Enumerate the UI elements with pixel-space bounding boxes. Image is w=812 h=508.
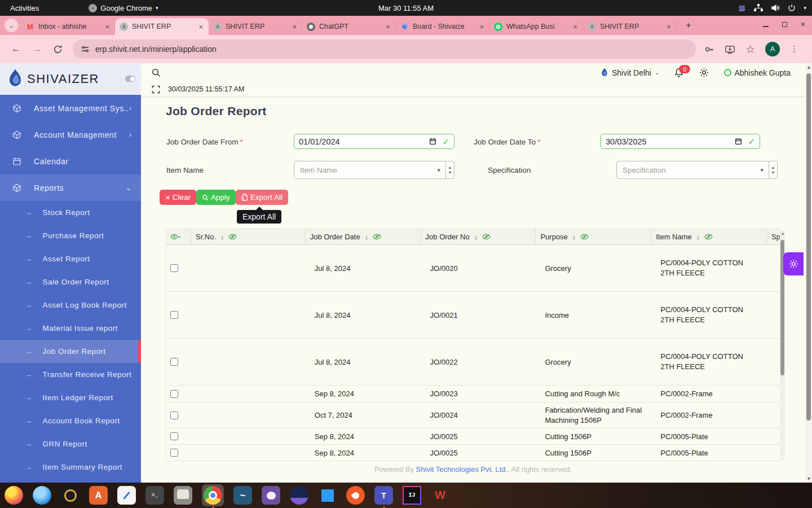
- minimize-button[interactable]: [763, 26, 769, 27]
- forward-button[interactable]: →: [32, 43, 42, 55]
- user-menu[interactable]: Abhishek Gupta: [724, 68, 791, 77]
- sidebar-item-item-ledger-report[interactable]: →Item Ledger Report: [0, 386, 141, 409]
- vscode-icon[interactable]: [318, 486, 337, 505]
- window-close-button[interactable]: ×: [801, 20, 805, 28]
- chrome-dock-icon[interactable]: [204, 486, 222, 505]
- bookmark-star-icon[interactable]: ☆: [745, 43, 755, 56]
- tab-shivit-erp-active[interactable]: SHIVIT ERP ×: [115, 18, 209, 35]
- eclipse-icon[interactable]: [290, 486, 308, 505]
- tab-shivit-erp-3[interactable]: SHIVIT ERP ×: [583, 18, 677, 35]
- sidebar-collapse-toggle[interactable]: [125, 76, 135, 82]
- page-scrollbar[interactable]: ▲ ▼: [805, 63, 812, 483]
- github-desktop-icon[interactable]: [262, 486, 280, 505]
- close-icon[interactable]: ×: [385, 23, 391, 31]
- sidebar-item-item-summary-report[interactable]: →Item Summary Report: [0, 456, 141, 479]
- header-item-name[interactable]: Item Name ↓: [651, 229, 767, 244]
- tab-shivit-erp-2[interactable]: SHIVIT ERP ×: [209, 18, 302, 35]
- tab-jira-board[interactable]: Board - Shivaize ×: [396, 18, 489, 35]
- sidebar-item-sale-order-report[interactable]: →Sale Order Report: [0, 270, 141, 294]
- reload-button[interactable]: [53, 45, 63, 54]
- eye-off-icon[interactable]: [373, 233, 381, 240]
- ubuntu-software-icon[interactable]: A: [89, 486, 108, 505]
- tab-chatgpt[interactable]: ChatGPT ×: [302, 18, 396, 35]
- back-button[interactable]: ←: [11, 43, 21, 55]
- specification-select[interactable]: Specification ▾ ▲▼: [616, 161, 778, 179]
- files-icon[interactable]: [174, 486, 192, 505]
- firefox-icon[interactable]: [5, 486, 23, 505]
- text-editor-icon[interactable]: [117, 486, 136, 505]
- sidebar-item-asset-management[interactable]: Asset Management Sys... ›: [0, 95, 141, 121]
- password-key-icon[interactable]: [704, 44, 714, 55]
- sidebar-item-purchase-report[interactable]: →Purchase Report: [0, 224, 141, 247]
- sidebar-item-asset-report[interactable]: →Asset Report: [0, 247, 141, 270]
- date-to-value[interactable]: [606, 137, 707, 146]
- close-icon[interactable]: ×: [291, 23, 298, 31]
- postman-icon[interactable]: [346, 486, 365, 505]
- close-icon[interactable]: ×: [572, 23, 579, 31]
- mysql-workbench-icon[interactable]: ~: [233, 486, 252, 505]
- app-menu[interactable]: Google Chrome ▾: [89, 4, 158, 12]
- wine-icon[interactable]: W: [431, 486, 449, 505]
- calendar-icon[interactable]: [429, 138, 436, 145]
- clock[interactable]: Mar 30 11:55 AM: [378, 4, 434, 12]
- site-settings-icon[interactable]: [81, 45, 90, 54]
- thunderbird-icon[interactable]: [33, 486, 51, 505]
- terminal-icon[interactable]: >_: [145, 486, 164, 505]
- row-checkbox[interactable]: [170, 358, 178, 366]
- sort-icon[interactable]: ↓: [572, 233, 576, 241]
- calendar-icon[interactable]: [735, 138, 742, 145]
- fullscreen-icon[interactable]: [152, 85, 160, 94]
- sidebar-item-asset-log-book-report[interactable]: →Asset Log Book Report: [0, 294, 141, 317]
- profile-avatar[interactable]: A: [765, 42, 780, 56]
- sidebar-item-transfer-receive-report[interactable]: →Transfer Receive Report: [0, 363, 141, 386]
- browser-menu-icon[interactable]: ⋮: [790, 44, 798, 54]
- scroll-up-icon[interactable]: ▲: [806, 64, 811, 70]
- sort-icon[interactable]: ↓: [365, 233, 368, 241]
- settings-gear-icon[interactable]: [699, 67, 709, 78]
- page-scrollbar-thumb[interactable]: [806, 73, 811, 421]
- install-app-icon[interactable]: [725, 44, 735, 55]
- close-icon[interactable]: ×: [665, 23, 672, 31]
- scroll-up-icon[interactable]: ▲: [780, 231, 785, 236]
- sidebar-item-calendar[interactable]: Calendar: [0, 148, 141, 174]
- sidebar-item-grn-report[interactable]: →GRN Report: [0, 432, 141, 456]
- header-specification[interactable]: Sp: [767, 229, 781, 244]
- row-checkbox[interactable]: [170, 432, 178, 440]
- scroll-down-icon[interactable]: ▼: [806, 476, 811, 481]
- sidebar-item-reports[interactable]: Reports ⌄: [0, 174, 141, 201]
- sidebar-item-job-order-report[interactable]: →Job Order Report: [0, 340, 141, 363]
- address-bar[interactable]: erp.shivit.net.in/minierp/application: [73, 40, 696, 59]
- sort-icon[interactable]: ↓: [220, 233, 224, 241]
- restore-button[interactable]: [782, 22, 787, 27]
- theme-settings-fab[interactable]: [783, 252, 804, 275]
- column-visibility-header[interactable]: [166, 229, 191, 244]
- row-checkbox[interactable]: [170, 411, 178, 419]
- item-name-select[interactable]: Item Name ▾ ▲▼: [294, 161, 454, 179]
- header-purpose[interactable]: Purpose ↓: [536, 229, 651, 244]
- sort-icon[interactable]: ↓: [474, 233, 478, 241]
- eye-off-icon[interactable]: [580, 233, 589, 240]
- system-tray[interactable]: ▾: [738, 4, 806, 12]
- specification-spinner[interactable]: ▲▼: [769, 161, 778, 179]
- row-checkbox[interactable]: [170, 264, 178, 272]
- row-checkbox[interactable]: [170, 390, 178, 398]
- date-from-input[interactable]: ✓: [294, 134, 454, 149]
- branch-selector[interactable]: Shivit Delhi ⌄: [601, 68, 659, 78]
- new-tab-button[interactable]: +: [681, 18, 696, 33]
- intellij-icon[interactable]: IJ: [403, 486, 421, 505]
- date-from-value[interactable]: [299, 137, 400, 146]
- rhythmbox-icon[interactable]: [61, 486, 80, 505]
- sidebar-item-material-issue-report[interactable]: →Material Issue report: [0, 317, 141, 340]
- row-checkbox[interactable]: [170, 449, 178, 457]
- sidebar-item-account-management[interactable]: Account Management ›: [0, 121, 141, 148]
- close-icon[interactable]: ×: [197, 23, 204, 31]
- teams-icon[interactable]: T: [374, 486, 393, 505]
- clear-button[interactable]: × Clear: [160, 190, 196, 205]
- header-job-order-date[interactable]: Job Order Date ↓: [306, 229, 421, 244]
- date-to-input[interactable]: ✓: [601, 134, 760, 149]
- tab-whatsapp[interactable]: WhatsApp Busi ×: [489, 18, 583, 35]
- eye-off-icon[interactable]: [228, 233, 237, 240]
- sidebar-item-account-book-report[interactable]: →Account Book Report: [0, 409, 141, 432]
- header-sr-no[interactable]: Sr.No. ↓: [191, 229, 306, 244]
- footer-link[interactable]: Shivit Technologies Pvt. Ltd.: [416, 465, 508, 474]
